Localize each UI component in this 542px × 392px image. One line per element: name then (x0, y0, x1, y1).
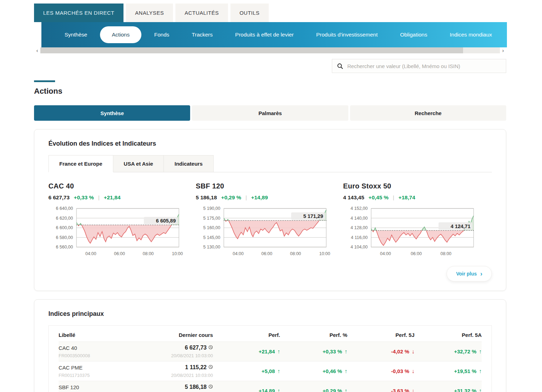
search-row (34, 59, 506, 73)
search-box (332, 59, 506, 73)
subnav-item-indices-mondiaux[interactable]: Indices mondiaux (440, 28, 502, 41)
chart-price-row-eurostoxx50: 4 143,45+0,45 %|+18,74 (343, 194, 490, 201)
price-value: 5 186,18 (185, 384, 207, 390)
chart-price-row-sbf120: 5 186,18+0,29 %|+14,89 (196, 194, 343, 201)
top-tab-actualites[interactable]: ACTUALITÉS (175, 4, 228, 22)
svg-text:10:00: 10:00 (319, 251, 330, 256)
cell-perf-pct: +0,46 %↑ (280, 368, 348, 374)
svg-text:5 160,00: 5 160,00 (203, 225, 220, 230)
region-tab-france-et-europe[interactable]: France et Europe (48, 155, 113, 172)
svg-text:6 600,00: 6 600,00 (56, 225, 73, 230)
table-row[interactable]: CAC PMEFR00117103751 115,2220/08/2021 10… (59, 361, 482, 381)
perf-value: -4,02 % (391, 348, 409, 354)
arrow-up-icon: ↑ (277, 368, 280, 374)
table-row[interactable]: SBF 120FR00039994815 186,1820/08/2021 10… (59, 381, 482, 392)
evolution-card-title: Évolution des Indices et Indicateurs (48, 140, 492, 147)
svg-text:06:00: 06:00 (114, 251, 125, 256)
arrow-up-icon: ↑ (479, 368, 482, 374)
subnav-item-actions[interactable]: Actions (100, 26, 142, 43)
index-chart-cac40: CAC 406 627,73+0,33 %|+21,846 640,006 62… (48, 176, 196, 260)
table-header-row: LibelléDernier coursPerf.Perf. %Perf. 5J… (59, 326, 482, 341)
perf-value: +14,89 (259, 388, 275, 392)
arrow-up-icon: ↑ (344, 348, 347, 355)
subnav-item-produits-investissement[interactable]: Produits d'investissement (306, 28, 387, 41)
region-tab-indicateurs[interactable]: Indicateurs (164, 155, 213, 172)
index-name: SBF 120 (59, 384, 157, 390)
arrow-down-icon: ↓ (412, 348, 415, 355)
perf-value: +5,08 (262, 368, 275, 374)
perf-value: +31,32 % (454, 388, 476, 392)
index-charts: CAC 406 627,73+0,33 %|+21,846 640,006 62… (48, 176, 492, 260)
cell-perf-5a: +31,32 %↑ (415, 388, 482, 392)
accent-line (34, 80, 55, 82)
top-tab-analyses[interactable]: ANALYSES (126, 4, 173, 22)
indices-card: Indices principaux LibelléDernier coursP… (34, 299, 506, 392)
svg-text:04:00: 04:00 (233, 251, 243, 256)
intraday-chart-sbf120: 5 190,005 175,005 160,005 145,005 130,00… (196, 206, 333, 258)
scrollbar-thumb[interactable] (40, 47, 463, 53)
svg-text:4 140,00: 4 140,00 (350, 216, 368, 221)
svg-text:04:00: 04:00 (380, 251, 391, 256)
subnav-item-fonds[interactable]: Fonds (144, 28, 179, 41)
svg-text:4 104,00: 4 104,00 (350, 245, 368, 250)
index-chart-sbf120: SBF 1205 186,18+0,29 %|+14,895 190,005 1… (196, 176, 343, 260)
perf-value: +0,29 % (323, 388, 342, 392)
arrow-up-icon: ↑ (344, 368, 347, 374)
price-timestamp: 20/08/2021 10:03:00 (157, 353, 213, 358)
voir-plus-label: Voir plus (456, 271, 477, 277)
last-price: 5 186,18 (196, 194, 217, 201)
intraday-chart-cac40: 6 640,006 620,006 600,006 580,006 560,00… (48, 206, 186, 258)
index-name: CAC PME (59, 365, 157, 371)
table-row[interactable]: CAC 40FR00035000086 627,7320/08/2021 10:… (59, 341, 482, 361)
clock-icon (208, 364, 213, 371)
voir-plus-row: Voir plus › (48, 266, 492, 281)
page: LES MARCHÉS EN DIRECTANALYSESACTUALITÉSO… (34, 0, 506, 392)
last-price: 6 627,73 (48, 194, 69, 201)
clock-icon (208, 345, 213, 351)
top-tab-les-marches-en-direct[interactable]: LES MARCHÉS EN DIRECT (34, 4, 123, 22)
index-chart-eurostoxx50: Euro Stoxx 504 143,45+0,45 %|+18,744 152… (343, 176, 490, 260)
subnav-item-trackers[interactable]: Trackers (182, 28, 223, 41)
svg-text:6 640,00: 6 640,00 (56, 206, 73, 211)
chart-title-eurostoxx50: Euro Stoxx 50 (343, 182, 490, 190)
scroll-right-icon[interactable]: › (500, 47, 506, 53)
region-tab-usa-et-asie[interactable]: USA et Asie (113, 155, 164, 172)
voir-plus-button[interactable]: Voir plus › (447, 266, 492, 281)
svg-text:06:00: 06:00 (411, 251, 422, 256)
cell-perf-pct: +0,29 %↑ (280, 388, 348, 392)
svg-text:6 605,89: 6 605,89 (156, 218, 176, 224)
top-tab-outils[interactable]: OUTILS (230, 4, 269, 22)
price-line: 6 627,73 (157, 345, 213, 351)
svg-text:5 190,00: 5 190,00 (203, 206, 220, 211)
intraday-chart-eurostoxx50: 4 152,004 140,004 128,004 116,004 104,00… (343, 206, 481, 258)
subnav-item-synthese[interactable]: Synthèse (55, 28, 97, 41)
indices-card-title: Indices principaux (48, 310, 492, 318)
section-tab-recherche[interactable]: Recherche (350, 105, 506, 121)
subnav-item-obligations[interactable]: Obligations (390, 28, 437, 41)
subnav-item-produits-effet-levier[interactable]: Produits à effet de levier (225, 28, 303, 41)
svg-text:06:00: 06:00 (261, 251, 272, 256)
perf-value: -0,03 % (391, 368, 409, 374)
actions-section-tabs: SynthèsePalmarèsRecherche (34, 105, 506, 121)
price-timestamp: 20/08/2021 10:03:00 (157, 373, 213, 378)
chart-price-row-cac40: 6 627,73+0,33 %|+21,84 (48, 194, 196, 201)
svg-text:6 580,00: 6 580,00 (56, 235, 73, 240)
svg-text:10:00: 10:00 (172, 251, 183, 256)
svg-text:5 171,29: 5 171,29 (303, 213, 323, 219)
perf-absolute: +18,74 (399, 194, 415, 201)
svg-text:08:00: 08:00 (441, 251, 451, 256)
separator: | (393, 194, 394, 201)
search-input[interactable] (347, 63, 501, 69)
perf-absolute: +14,89 (251, 194, 268, 201)
arrow-up-icon: ↑ (277, 388, 280, 392)
scroll-left-icon[interactable]: ‹ (34, 47, 40, 53)
section-tab-synthese[interactable]: Synthèse (34, 105, 190, 121)
scrollbar-track[interactable] (40, 47, 500, 53)
svg-text:4 124,71: 4 124,71 (451, 224, 470, 229)
chevron-right-icon: › (480, 272, 482, 275)
perf-value: +21,84 (259, 348, 275, 354)
perf-percent: +0,29 % (221, 194, 241, 201)
svg-text:5 130,00: 5 130,00 (203, 245, 220, 250)
section-tab-palmares[interactable]: Palmarès (192, 105, 348, 121)
perf-value: -3,63 % (391, 388, 409, 392)
